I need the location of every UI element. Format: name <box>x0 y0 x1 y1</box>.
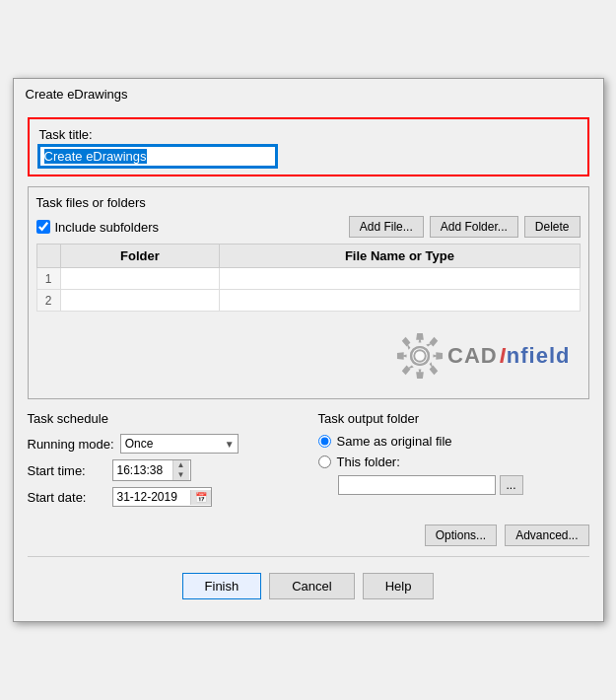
task-title-input[interactable] <box>39 146 276 167</box>
date-input-wrapper: 📅 <box>112 487 212 507</box>
time-up-button[interactable]: ▲ <box>173 460 189 470</box>
files-section-label: Task files or folders <box>36 195 581 210</box>
help-button[interactable]: Help <box>363 573 435 599</box>
dialog-title-bar: Create eDrawings <box>14 79 603 107</box>
delete-button[interactable]: Delete <box>524 216 581 238</box>
dialog-title: Create eDrawings <box>26 87 128 102</box>
running-mode-select[interactable]: Once Daily Weekly Monthly <box>120 434 239 454</box>
include-subfolders-row: Include subfolders <box>36 220 343 235</box>
row-num-header <box>36 245 60 268</box>
start-time-row: Start time: ▲ ▼ <box>28 459 299 481</box>
running-mode-label: Running mode: <box>28 437 114 452</box>
folder-path-input[interactable] <box>338 475 496 495</box>
same-as-original-radio[interactable] <box>318 435 331 448</box>
svg-marker-9 <box>402 366 411 376</box>
time-input-wrapper: ▲ ▼ <box>112 459 191 481</box>
start-date-input[interactable] <box>113 488 190 506</box>
folder-cell-1 <box>60 268 220 290</box>
footer-divider <box>28 556 589 557</box>
file-name-cell-2 <box>220 290 580 312</box>
running-mode-row: Running mode: Once Daily Weekly Monthly … <box>28 434 299 454</box>
start-time-input[interactable] <box>113 461 172 479</box>
task-title-label: Task title: <box>39 127 578 142</box>
output-section: Task output folder Same as original file… <box>318 411 589 513</box>
files-section: Task files or folders Include subfolders… <box>28 186 589 399</box>
same-as-original-label: Same as original file <box>337 434 452 449</box>
svg-marker-8 <box>430 337 439 347</box>
start-date-label: Start date: <box>28 490 106 505</box>
add-file-button[interactable]: Add File... <box>349 216 424 238</box>
same-as-original-row: Same as original file <box>318 434 589 449</box>
this-folder-label: This folder: <box>337 455 400 469</box>
row-num-2: 2 <box>36 290 60 312</box>
this-folder-row: This folder: <box>318 455 589 469</box>
add-folder-button[interactable]: Add Folder... <box>430 216 518 238</box>
watermark: CADInfield <box>396 332 570 380</box>
svg-marker-7 <box>430 366 439 376</box>
row-num-1: 1 <box>36 268 60 290</box>
task-title-section: Task title: <box>28 117 589 176</box>
schedule-label: Task schedule <box>28 411 299 426</box>
calendar-icon: 📅 <box>195 492 207 503</box>
table-row: 2 <box>36 290 580 312</box>
running-mode-dropdown-wrapper: Once Daily Weekly Monthly ▼ <box>120 434 239 454</box>
svg-marker-3 <box>416 372 424 379</box>
folder-input-row: ... <box>338 475 589 495</box>
svg-marker-4 <box>397 352 404 360</box>
browse-button[interactable]: ... <box>500 475 523 495</box>
table-row: 1 <box>36 268 580 290</box>
cancel-button[interactable]: Cancel <box>269 573 354 599</box>
folder-cell-2 <box>60 290 220 312</box>
include-subfolders-checkbox[interactable] <box>36 220 50 234</box>
output-label: Task output folder <box>318 411 589 426</box>
advanced-button[interactable]: Advanced... <box>505 525 588 546</box>
watermark-text: CADInfield <box>447 343 570 369</box>
this-folder-radio[interactable] <box>318 455 331 468</box>
options-button[interactable]: Options... <box>425 525 497 546</box>
options-advanced-row: Options... Advanced... <box>28 525 589 546</box>
svg-marker-6 <box>402 337 411 347</box>
start-time-label: Start time: <box>28 463 106 478</box>
create-edrawings-dialog: Create eDrawings Task title: Task files … <box>13 78 604 622</box>
svg-marker-2 <box>416 333 424 340</box>
start-date-row: Start date: 📅 <box>28 487 299 507</box>
finish-button[interactable]: Finish <box>182 573 262 599</box>
files-toolbar: Include subfolders Add File... Add Folde… <box>36 216 581 238</box>
include-subfolders-label: Include subfolders <box>55 220 160 235</box>
svg-marker-5 <box>436 352 443 360</box>
time-down-button[interactable]: ▼ <box>173 470 189 480</box>
file-name-header: File Name or Type <box>220 245 580 268</box>
calendar-button[interactable]: 📅 <box>190 490 211 505</box>
footer-row: Finish Cancel Help <box>28 565 589 611</box>
bottom-sections: Task schedule Running mode: Once Daily W… <box>28 411 589 513</box>
schedule-section: Task schedule Running mode: Once Daily W… <box>28 411 299 513</box>
time-spinner: ▲ ▼ <box>172 460 189 480</box>
folder-header: Folder <box>60 245 220 268</box>
file-name-cell-1 <box>220 268 580 290</box>
files-table: Folder File Name or Type 1 2 <box>36 244 581 312</box>
watermark-area: CADInfield <box>36 312 581 390</box>
gear-icon <box>396 332 444 380</box>
